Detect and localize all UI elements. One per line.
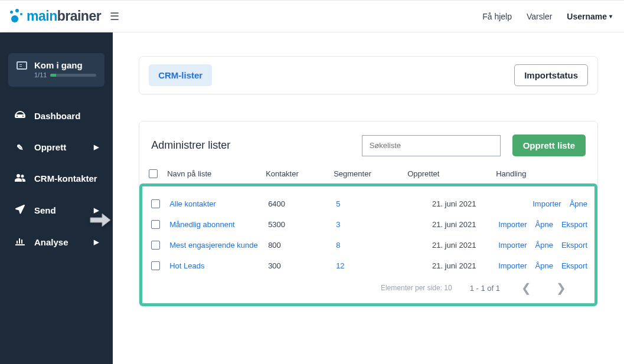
select-all-checkbox[interactable]	[149, 169, 158, 178]
row-name-link[interactable]: Alle kontakter	[169, 199, 268, 208]
action-open[interactable]: Åpne	[570, 199, 587, 208]
onboarding-card[interactable]: Kom i gang 1/11	[8, 53, 104, 87]
action-import[interactable]: Importer	[498, 261, 527, 270]
action-import[interactable]: Importer	[498, 241, 527, 250]
row-checkbox[interactable]	[151, 220, 160, 229]
logo-icon	[9, 9, 24, 24]
hamburger-icon[interactable]: ☰	[110, 10, 119, 23]
col-name: Navn på liste	[167, 169, 266, 178]
user-label: Username	[567, 12, 607, 21]
caret-down-icon: ▾	[609, 13, 612, 19]
checklist-icon	[17, 61, 27, 70]
page-range: 1 - 1 of 1	[470, 284, 500, 293]
nav-label: Send	[34, 205, 56, 215]
people-icon	[14, 173, 26, 183]
row-segments: 12	[336, 261, 410, 270]
action-export[interactable]: Eksport	[561, 241, 587, 250]
nav-label: CRM-kontakter	[34, 173, 97, 183]
paper-plane-icon	[14, 205, 26, 216]
action-open[interactable]: Åpne	[535, 220, 553, 229]
row-checkbox[interactable]	[151, 261, 160, 270]
table-row: Mest engasjerende kunde800821. juni 2021…	[149, 235, 587, 255]
logo-text: mainbrainer	[27, 8, 101, 24]
header-box: CRM-lister Importstatus	[139, 56, 598, 94]
row-name-link[interactable]: Mest engasjerende kunde	[169, 241, 268, 250]
row-contacts: 800	[268, 241, 336, 250]
crm-lists-tab[interactable]: CRM-lister	[149, 64, 212, 86]
row-contacts: 5300	[268, 220, 336, 229]
segments-link[interactable]: 12	[336, 261, 344, 270]
row-contacts: 300	[268, 261, 336, 270]
pagination: Elementer per side: 10 1 - 1 of 1 ❮ ❯	[149, 276, 587, 300]
nav-label: Dashboard	[34, 111, 80, 121]
col-action: Handling	[496, 169, 588, 178]
page-size-label: Elementer per side: 10	[381, 284, 452, 292]
row-created: 21. juni 2021	[410, 261, 498, 270]
action-open[interactable]: Åpne	[535, 241, 553, 250]
segments-link[interactable]: 5	[336, 199, 340, 208]
prev-page-button[interactable]: ❮	[518, 281, 535, 295]
segments-link[interactable]: 3	[336, 220, 340, 229]
row-segments: 5	[336, 199, 410, 208]
logo[interactable]: mainbrainer	[9, 8, 101, 24]
chevron-right-icon: ▶	[94, 238, 99, 246]
row-name-link[interactable]: Månedlig abonnent	[169, 220, 268, 229]
row-created: 21. juni 2021	[410, 220, 498, 229]
segments-link[interactable]: 8	[336, 241, 340, 250]
nav-dashboard[interactable]: Dashboard	[8, 104, 104, 127]
nav-label: Opprett	[34, 142, 66, 152]
gauge-icon	[14, 111, 26, 121]
row-segments: 3	[336, 220, 410, 229]
col-contacts: Kontakter	[266, 169, 334, 178]
sidebar: Kom i gang 1/11 Dashboard ✎ Opprett ▶	[0, 32, 113, 364]
chart-icon	[14, 237, 26, 247]
topbar: mainbrainer ☰ Få hjelp Varsler Username …	[0, 0, 624, 32]
action-export[interactable]: Eksport	[561, 220, 587, 229]
progress-bar	[50, 74, 96, 77]
row-checkbox[interactable]	[151, 199, 160, 208]
nav: Dashboard ✎ Opprett ▶ CRM-kontakter Send…	[8, 104, 104, 254]
row-name-link[interactable]: Hot Leads	[169, 261, 268, 270]
row-created: 21. juni 2021	[410, 199, 498, 208]
help-link[interactable]: Få hjelp	[482, 12, 512, 21]
panel-title: Administrer lister	[151, 139, 230, 152]
nav-label: Analyse	[34, 237, 68, 247]
nav-create[interactable]: ✎ Opprett ▶	[8, 136, 104, 159]
col-segments: Segmenter	[334, 169, 407, 178]
alerts-link[interactable]: Varsler	[527, 12, 552, 21]
highlighted-region: Alle kontakter6400521. juni 2021Importer…	[139, 183, 597, 306]
row-checkbox[interactable]	[151, 241, 160, 250]
user-menu[interactable]: Username ▾	[567, 12, 612, 21]
import-status-button[interactable]: Importstatus	[514, 64, 588, 86]
next-page-button[interactable]: ❯	[553, 281, 570, 295]
action-export[interactable]: Eksport	[561, 261, 587, 270]
chevron-right-icon: ▶	[94, 143, 99, 151]
table-row: Alle kontakter6400521. juni 2021Importer…	[149, 194, 587, 214]
table-row: Månedlig abonnent5300321. juni 2021Impor…	[149, 214, 587, 235]
callout-arrow-icon	[89, 212, 112, 230]
action-open[interactable]: Åpne	[535, 261, 553, 270]
action-import[interactable]: Importer	[532, 199, 561, 208]
main-content: CRM-lister Importstatus Administrer list…	[113, 32, 624, 364]
search-input[interactable]	[362, 135, 501, 156]
onboard-progress-text: 1/11	[34, 71, 47, 78]
nav-analyse[interactable]: Analyse ▶	[8, 231, 104, 254]
onboard-title: Kom i gang	[34, 60, 96, 70]
row-contacts: 6400	[268, 199, 336, 208]
create-list-button[interactable]: Opprett liste	[512, 135, 586, 156]
table-row: Hot Leads3001221. juni 2021ImporterÅpneE…	[149, 255, 587, 276]
col-created: Opprettet	[407, 169, 496, 178]
row-created: 21. juni 2021	[410, 241, 498, 250]
row-segments: 8	[336, 241, 410, 250]
list-panel: Administrer lister Opprett liste Navn på…	[139, 121, 598, 307]
nav-crm-contacts[interactable]: CRM-kontakter	[8, 167, 104, 190]
action-import[interactable]: Importer	[498, 220, 527, 229]
table-header: Navn på liste Kontakter Segmenter Oppret…	[139, 169, 597, 185]
pencil-icon: ✎	[14, 143, 26, 152]
